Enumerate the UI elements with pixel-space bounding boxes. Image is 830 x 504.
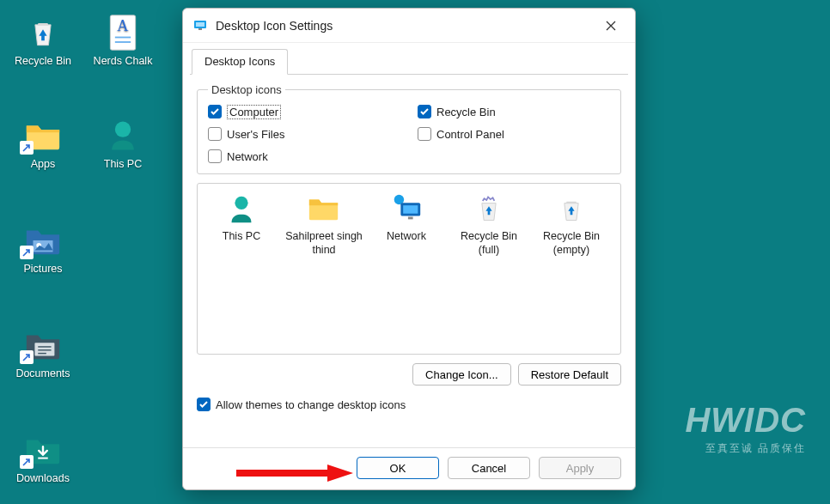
desktop-icon-label: Apps — [4, 158, 82, 170]
checkbox-label: Control Panel — [436, 128, 504, 141]
desktop-icon-label: Documents — [4, 367, 82, 380]
icon-caption: Network — [368, 230, 445, 244]
network-icon — [388, 191, 424, 227]
desktop-icon-label: Downloads — [4, 472, 82, 484]
icon-preview-list[interactable]: This PC Sahilpreet singh thind Network R… — [197, 183, 621, 355]
svg-rect-12 — [196, 22, 204, 27]
svg-marker-20 — [327, 465, 353, 482]
svg-rect-18 — [408, 217, 413, 220]
annotation-arrow-icon — [235, 463, 355, 483]
desktop-icon-this-pc[interactable]: This PC — [84, 115, 162, 170]
this-pc-icon — [102, 115, 143, 156]
restore-default-button[interactable]: Restore Default — [518, 363, 621, 386]
checkbox-computer[interactable]: Computer — [208, 105, 400, 118]
desktop-icon-downloads[interactable]: Downloads — [4, 429, 82, 484]
watermark-brand: HWIDC — [685, 401, 806, 440]
desktop-icon-label: This PC — [84, 158, 162, 170]
shortcut-arrow-icon — [20, 455, 34, 469]
titlebar: Desktop Icon Settings — [183, 9, 635, 43]
desktop-icon-recycle-bin[interactable]: Recycle Bin — [4, 12, 82, 67]
checkbox-label: User's Files — [227, 128, 285, 141]
allow-themes-label: Allow themes to change desktop icons — [216, 398, 406, 411]
desktop-icon-nerds-chalk[interactable]: A Nerds Chalk — [84, 12, 162, 67]
checkbox-label: Network — [227, 150, 268, 163]
cancel-button[interactable]: Cancel — [448, 457, 530, 479]
desktop-icon-pictures[interactable]: Pictures — [4, 220, 82, 275]
recycle-bin-icon — [22, 12, 64, 53]
apply-button[interactable]: Apply — [539, 457, 621, 479]
tab-row: Desktop Icons — [183, 43, 635, 74]
desktop-icon-label: Recycle Bin — [4, 55, 82, 67]
recycle-bin-empty-icon — [553, 191, 589, 227]
checkbox-box[interactable] — [208, 149, 222, 163]
dialog-title: Desktop Icon Settings — [216, 19, 594, 33]
svg-text:A: A — [117, 17, 129, 34]
shortcut-arrow-icon — [20, 350, 34, 364]
desktop-icon-label: Pictures — [4, 263, 82, 275]
this-pc-icon — [223, 191, 259, 227]
icon-caption: Recycle Bin (full) — [450, 230, 528, 257]
shortcut-arrow-icon — [20, 246, 34, 259]
checkbox-network[interactable]: Network — [208, 149, 400, 163]
group-legend: Desktop icons — [208, 83, 285, 96]
dialog-icon — [193, 18, 209, 33]
watermark: HWIDC 至真至诚 品质保住 — [685, 401, 806, 456]
tab-desktop-icons[interactable]: Desktop Icons — [192, 49, 288, 75]
icon-caption: Recycle Bin (empty) — [533, 230, 610, 257]
checkbox-recycle-bin[interactable]: Recycle Bin — [418, 105, 610, 118]
icon-item-this-pc[interactable]: This PC — [203, 191, 280, 244]
recycle-bin-full-icon — [471, 191, 507, 227]
checkbox-label: Recycle Bin — [436, 106, 496, 118]
icon-item-network[interactable]: Network — [368, 191, 445, 244]
desktop-icon-label: Nerds Chalk — [84, 55, 162, 67]
icon-item-user-folder[interactable]: Sahilpreet singh thind — [285, 191, 363, 257]
checkbox-label: Computer — [227, 105, 281, 119]
svg-point-14 — [235, 197, 247, 209]
icon-caption: Sahilpreet singh thind — [285, 230, 363, 257]
change-icon-button[interactable]: Change Icon... — [412, 363, 511, 386]
folder-icon — [306, 191, 342, 227]
svg-rect-17 — [403, 205, 418, 214]
checkbox-box[interactable] — [208, 127, 222, 141]
checkbox-control-panel[interactable]: Control Panel — [418, 127, 610, 141]
shortcut-arrow-icon — [20, 141, 34, 155]
icon-item-recycle-full[interactable]: Recycle Bin (full) — [450, 191, 528, 257]
close-icon — [606, 21, 616, 31]
icon-caption: This PC — [203, 230, 280, 244]
desktop-icon-settings-dialog: Desktop Icon Settings Desktop Icons Desk… — [182, 8, 636, 490]
close-button[interactable] — [594, 14, 628, 38]
document-icon: A — [102, 12, 143, 53]
desktop-icon-apps[interactable]: Apps — [4, 115, 82, 170]
allow-themes-row[interactable]: Allow themes to change desktop icons — [197, 398, 621, 411]
checkbox-box[interactable] — [197, 398, 211, 411]
desktop-icons-group: Desktop icons Computer Recycle Bin User'… — [197, 83, 621, 174]
svg-rect-13 — [198, 28, 202, 30]
icon-item-recycle-empty[interactable]: Recycle Bin (empty) — [533, 191, 610, 257]
checkbox-users-files[interactable]: User's Files — [208, 127, 400, 141]
svg-point-4 — [115, 122, 131, 137]
watermark-tagline: 至真至诚 品质保住 — [685, 441, 806, 456]
ok-button[interactable]: OK — [357, 457, 439, 479]
checkbox-box[interactable] — [418, 127, 431, 141]
checkbox-box[interactable] — [208, 105, 222, 118]
desktop-icon-documents[interactable]: Documents — [4, 325, 82, 380]
checkbox-box[interactable] — [418, 105, 431, 118]
